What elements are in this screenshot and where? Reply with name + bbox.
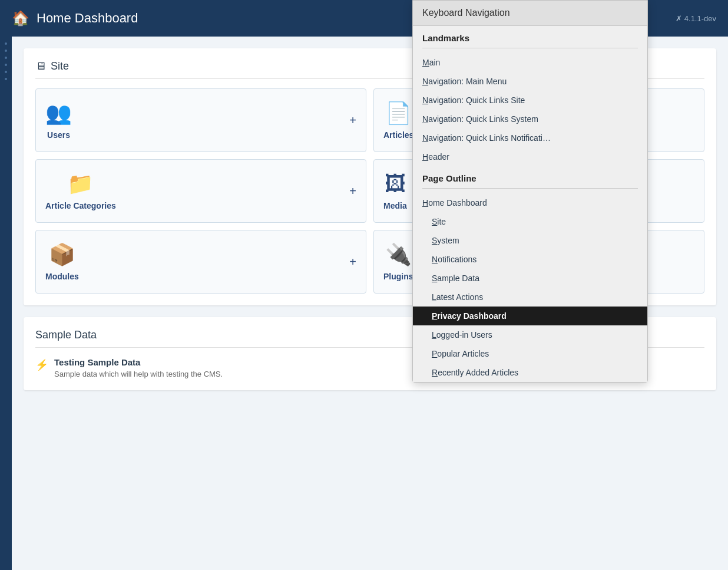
media-icon: 🖼 [385,172,406,196]
kb-s-underline: S [432,217,437,226]
categories-add-icon[interactable]: + [349,184,356,198]
kb-main-label: Main [422,58,440,67]
kb-item-nav-main-menu[interactable]: Navigation: Main Menu [413,72,647,91]
users-card[interactable]: 👥 Users + [35,88,366,152]
users-icon: 👥 [45,101,72,126]
kb-landmarks-title: Landmarks [413,26,647,48]
kb-item-recently-added-articles[interactable]: Recently Added Articles [413,363,647,382]
version-badge: ✗ 4.1.1-dev [676,14,716,23]
article-categories-card[interactable]: 📁 Article Categories + [35,159,366,223]
kb-raa-underline: R [432,368,438,377]
kb-item-main[interactable]: Main [413,53,647,72]
kb-panel-body: Landmarks Main Navigation: Main Menu Nav… [413,26,647,382]
kb-item-sample-data[interactable]: Sample Data [413,269,647,288]
kb-n1-underline: N [422,77,428,86]
article-categories-icon: 📁 [67,172,94,196]
kb-h-underline: H [422,152,428,162]
modules-add-icon[interactable]: + [349,255,356,269]
article-categories-card-left: 📁 Article Categories [45,172,116,210]
sidebar-dot-1 [5,42,7,45]
kb-home-dashboard-label: Home Dashboard [422,198,487,207]
kb-nav-quick-links-system-label: Navigation: Quick Links System [422,114,538,124]
users-add-icon[interactable]: + [349,114,356,127]
kb-main-underline: M [422,58,429,67]
modules-label: Modules [45,272,79,281]
users-card-left: 👥 Users [45,101,72,140]
modules-card-left: 📦 Modules [45,242,79,281]
kb-la-underline: L [432,292,436,302]
sidebar-dot-3 [5,57,7,59]
kb-site-label: Site [432,217,446,226]
users-label: Users [47,130,70,140]
sidebar-dot-2 [5,50,7,52]
articles-label: Articles [383,130,413,140]
kb-recently-added-articles-label: Recently Added Articles [432,368,518,377]
kb-sd-underline: S [432,274,437,283]
article-categories-label: Article Categories [45,201,116,210]
kb-notifications-label: Notifications [432,255,476,264]
site-title-text: Site [51,60,69,73]
sidebar-dot-6 [5,78,7,80]
plugins-card-left: 🔌 Plugins [383,242,413,281]
kb-sy-underline: S [432,236,437,245]
kb-item-popular-articles[interactable]: Popular Articles [413,344,647,363]
kb-outline-divider [422,188,638,189]
modules-card[interactable]: 📦 Modules + [35,230,366,294]
lightning-icon: ⚡ [35,358,48,371]
kb-logged-in-users-label: Logged-in Users [432,330,492,340]
kb-item-privacy-dashboard[interactable]: Privacy Dashboard [413,307,647,325]
header-title: 🏠 Home Dashboard [12,10,138,27]
keyboard-navigation-panel: Keyboard Navigation Landmarks Main Navig… [412,0,648,383]
kb-item-nav-quick-links-notif[interactable]: Navigation: Quick Links Notificati… [413,129,647,147]
kb-n2-underline: N [422,95,428,105]
kb-n3-underline: N [422,114,428,124]
kb-not-underline: N [432,255,438,264]
kb-privacy-dashboard-label: Privacy Dashboard [432,311,507,321]
kb-item-header[interactable]: Header [413,147,647,166]
kb-item-home-dashboard[interactable]: Home Dashboard [413,193,647,212]
kb-item-nav-quick-links-site[interactable]: Navigation: Quick Links Site [413,91,647,110]
media-card-left: 🖼 Media [383,172,407,210]
sidebar-dot-4 [5,64,7,66]
kb-hd-underline: H [422,198,428,207]
kb-system-label: System [432,236,459,245]
kb-pa-underline: P [432,349,437,358]
kb-item-logged-in-users[interactable]: Logged-in Users [413,325,647,344]
kb-header-label: Header [422,152,449,162]
sample-item-desc: Sample data which will help with testing… [54,370,223,378]
kb-panel-header: Keyboard Navigation [413,1,647,26]
header-title-text: Home Dashboard [37,11,138,26]
kb-popular-articles-label: Popular Articles [432,349,489,358]
kb-sample-data-label: Sample Data [432,274,479,283]
kb-pd-underline: P [432,311,437,321]
kb-landmarks-divider [422,48,638,48]
kb-item-latest-actions[interactable]: Latest Actions [413,288,647,307]
sidebar-dot-5 [5,71,7,73]
sample-item-title: Testing Sample Data [54,357,223,367]
monitor-icon: 🖥 [35,60,46,73]
kb-page-outline-title: Page Outline [413,166,647,188]
articles-icon: 📄 [385,101,412,126]
kb-item-nav-quick-links-system[interactable]: Navigation: Quick Links System [413,110,647,129]
kb-nav-main-menu-label: Navigation: Main Menu [422,77,507,86]
kb-nav-quick-links-notif-label: Navigation: Quick Links Notificati… [422,133,551,143]
kb-nav-quick-links-site-label: Navigation: Quick Links Site [422,95,525,105]
kb-item-notifications[interactable]: Notifications [413,250,647,269]
kb-liu-underline: L [432,330,436,340]
kb-item-site[interactable]: Site [413,212,647,231]
home-icon: 🏠 [12,10,29,27]
kb-item-system[interactable]: System [413,231,647,250]
media-label: Media [383,201,407,210]
sample-item-content: Testing Sample Data Sample data which wi… [54,357,223,378]
left-sidebar [0,37,12,570]
kb-latest-actions-label: Latest Actions [432,292,483,302]
plugins-label: Plugins [383,272,413,281]
modules-icon: 📦 [49,242,75,267]
articles-card-left: 📄 Articles [383,101,413,140]
plugins-icon: 🔌 [385,242,412,267]
kb-n4-underline: N [422,133,428,143]
